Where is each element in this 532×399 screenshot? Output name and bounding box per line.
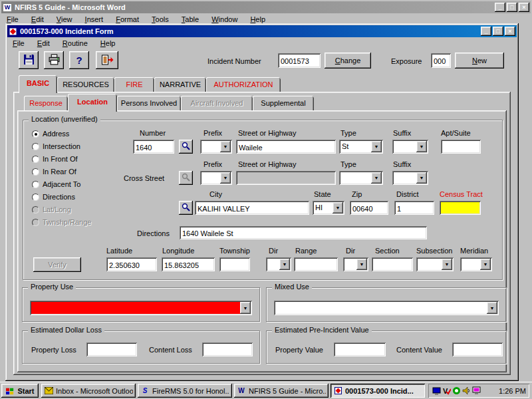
- prefix-combo[interactable]: ▼: [200, 140, 232, 154]
- form-close-button[interactable]: ×: [505, 27, 515, 36]
- tray-network-icon[interactable]: [432, 386, 441, 396]
- verify-button: Verify: [33, 257, 81, 272]
- subsection-combo[interactable]: ▼: [416, 257, 454, 271]
- cross-prefix-combo[interactable]: ▼: [200, 171, 232, 185]
- chevron-down-icon[interactable]: ▼: [356, 259, 367, 270]
- print-button[interactable]: [44, 51, 64, 69]
- tab-persons-involved[interactable]: Persons Involved: [117, 96, 181, 110]
- menu-edit[interactable]: Edit: [32, 37, 55, 49]
- radio-circle: [32, 156, 39, 163]
- suffix-combo[interactable]: ▼: [392, 140, 428, 154]
- chevron-down-icon[interactable]: ▼: [487, 302, 497, 314]
- word-maximize-button[interactable]: □: [507, 3, 517, 12]
- zip-field[interactable]: [350, 201, 388, 215]
- word-icon: W: [237, 386, 246, 396]
- task-word[interactable]: W NFIRS 5 Guide - Micro...: [234, 384, 329, 398]
- apt-suite-field[interactable]: [441, 140, 481, 154]
- chevron-down-icon[interactable]: ▼: [240, 302, 251, 314]
- tab-response[interactable]: Response: [24, 96, 68, 110]
- radio-intersection[interactable]: Intersection: [32, 142, 80, 152]
- range-field[interactable]: [294, 257, 338, 271]
- property-loss-field[interactable]: [86, 342, 137, 356]
- radio-circle: [32, 194, 39, 201]
- task-outlook[interactable]: Inbox - Microsoft Outlook: [41, 384, 136, 398]
- meridian-combo[interactable]: ▼: [460, 257, 492, 271]
- help-button[interactable]: ?: [69, 51, 89, 69]
- menu-help[interactable]: Help: [95, 37, 121, 49]
- street-lookup-button[interactable]: [179, 140, 193, 154]
- chevron-down-icon[interactable]: ▼: [442, 259, 452, 270]
- new-button[interactable]: New: [455, 53, 504, 68]
- mixed-use-combo[interactable]: ▼: [274, 301, 499, 315]
- chevron-down-icon[interactable]: ▼: [279, 259, 290, 270]
- city-lookup-button[interactable]: [179, 201, 193, 215]
- change-button[interactable]: Change: [325, 53, 371, 68]
- incident-form-title: 0001573-000 Incident Form: [20, 27, 481, 35]
- form-minimize-button[interactable]: _: [481, 27, 491, 36]
- tab-basic[interactable]: BASIC: [19, 75, 57, 93]
- district-field[interactable]: [394, 201, 434, 215]
- cross-street-lookup-button: [179, 171, 193, 185]
- chevron-down-icon[interactable]: ▼: [416, 172, 427, 184]
- longitude-field[interactable]: [162, 257, 215, 271]
- task-firerms[interactable]: S FireRMS 5.0 for Honol...: [138, 384, 232, 398]
- system-tray: V 1:26 PM: [428, 384, 529, 398]
- directions-field[interactable]: [180, 226, 427, 239]
- incident-number-field[interactable]: [278, 53, 321, 68]
- tray-antivirus-icon[interactable]: V: [442, 386, 451, 396]
- tab-resources[interactable]: RESOURCES: [57, 77, 114, 92]
- word-minimize-button[interactable]: _: [495, 3, 505, 12]
- tab-supplemental[interactable]: Supplemental: [253, 96, 314, 110]
- radio-in-front-of[interactable]: In Front Of: [32, 155, 78, 164]
- number-field[interactable]: [133, 140, 174, 154]
- dir1-combo[interactable]: ▼: [266, 257, 291, 271]
- cross-type-combo[interactable]: ▼: [339, 171, 383, 185]
- cross-suffix-combo[interactable]: ▼: [392, 171, 428, 185]
- property-use-combo[interactable]: ▼: [30, 301, 252, 315]
- chevron-down-icon[interactable]: ▼: [220, 172, 231, 184]
- chevron-down-icon[interactable]: ▼: [220, 141, 231, 152]
- city-field[interactable]: [195, 201, 309, 215]
- census-tract-field[interactable]: [440, 201, 481, 215]
- radio-selected-dot: [35, 133, 37, 136]
- tab-fire[interactable]: FIRE: [114, 77, 154, 92]
- street-field[interactable]: [236, 140, 336, 154]
- clock: 1:26 PM: [499, 387, 526, 395]
- section-field[interactable]: [372, 257, 413, 271]
- chevron-down-icon[interactable]: ▼: [416, 141, 427, 152]
- tab-location[interactable]: Location: [68, 94, 117, 112]
- exit-button[interactable]: [96, 51, 118, 69]
- radio-directions[interactable]: Directions: [32, 193, 75, 202]
- chevron-down-icon[interactable]: ▼: [371, 141, 382, 152]
- task-incident-form[interactable]: 0001573-000 Incid...: [331, 384, 425, 398]
- dir2-combo[interactable]: ▼: [343, 257, 368, 271]
- menu-file[interactable]: File: [7, 37, 30, 49]
- chevron-down-icon[interactable]: ▼: [480, 259, 491, 270]
- tray-display-icon[interactable]: [471, 386, 481, 396]
- radio-address[interactable]: Address: [32, 130, 69, 139]
- latitude-field[interactable]: [106, 257, 157, 271]
- township-field[interactable]: [219, 257, 250, 271]
- magnifier-icon: [182, 142, 190, 152]
- tray-scheduler-icon[interactable]: [452, 386, 461, 396]
- tab-narrative[interactable]: NARRATIVE: [154, 77, 206, 92]
- form-maximize-button[interactable]: □: [493, 27, 503, 36]
- tab-aircraft-involved: Aircraft Involved: [181, 96, 253, 110]
- chevron-down-icon[interactable]: ▼: [371, 172, 382, 184]
- word-close-button[interactable]: ×: [519, 3, 529, 12]
- tray-volume-icon[interactable]: [462, 386, 471, 396]
- radio-in-rear-of[interactable]: In Rear Of: [32, 168, 76, 177]
- state-combo[interactable]: HI ▼: [313, 201, 344, 215]
- save-button[interactable]: [19, 51, 39, 69]
- tab-authorization[interactable]: AUTHORIZATION: [206, 77, 281, 92]
- incident-form-titlebar[interactable]: 0001573-000 Incident Form _ □ ×: [7, 25, 517, 37]
- property-value-field[interactable]: [334, 342, 386, 356]
- menu-routine[interactable]: Routine: [57, 37, 93, 49]
- content-value-field[interactable]: [452, 342, 503, 356]
- chevron-down-icon[interactable]: ▼: [332, 202, 343, 213]
- radio-adjacent-to[interactable]: Adjacent To: [32, 180, 80, 190]
- content-loss-field[interactable]: [202, 342, 253, 356]
- exposure-field[interactable]: [431, 53, 451, 68]
- start-button[interactable]: Start: [1, 384, 39, 398]
- type-combo[interactable]: St ▼: [339, 140, 383, 154]
